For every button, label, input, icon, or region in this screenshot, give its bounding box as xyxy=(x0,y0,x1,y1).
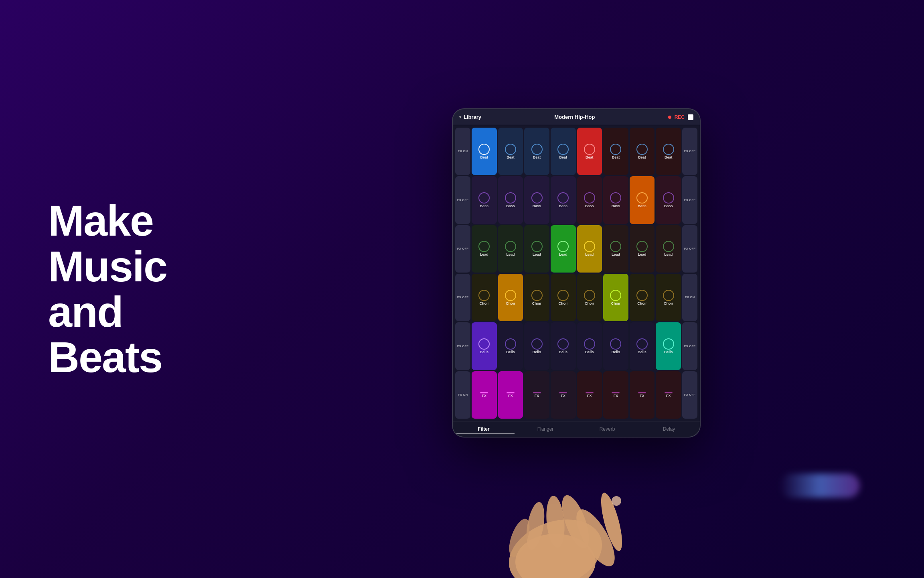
pad-fx-3[interactable]: FX xyxy=(551,371,576,419)
pad-bells-5[interactable]: Bells xyxy=(603,322,628,370)
pad-label: Bass xyxy=(480,204,489,208)
pad-fx-7[interactable]: FX xyxy=(656,371,681,419)
pad-label: Bells xyxy=(638,350,646,354)
pad-choir-5[interactable]: Choir xyxy=(603,274,628,321)
pad-ring-icon xyxy=(505,241,516,252)
pad-lead-0[interactable]: Lead xyxy=(472,225,497,273)
pad-beat-5[interactable]: Beat xyxy=(603,128,628,175)
tab-filter[interactable]: Filter xyxy=(453,425,515,434)
pad-bass-3[interactable]: Bass xyxy=(551,176,576,224)
pad-bass-7[interactable]: Bass xyxy=(656,176,681,224)
pad-choir-3[interactable]: Choir xyxy=(551,274,576,321)
pad-lead-7[interactable]: Lead xyxy=(656,225,681,273)
pad-fx-6[interactable]: FX xyxy=(630,371,655,419)
pad-fx-5[interactable]: FX xyxy=(603,371,628,419)
pad-label: Lead xyxy=(638,253,646,256)
pad-beat-0[interactable]: Beat xyxy=(472,128,497,175)
pad-bells-0[interactable]: Bells xyxy=(472,322,497,370)
pad-lead-1[interactable]: Lead xyxy=(498,225,523,273)
pad-fx-2[interactable]: FX xyxy=(524,371,549,419)
pad-beat-6[interactable]: Beat xyxy=(630,128,655,175)
pad-bells-7[interactable]: Bells xyxy=(656,322,681,370)
pad-beat-4[interactable]: Beat xyxy=(577,128,602,175)
pad-bells-3[interactable]: Bells xyxy=(551,322,576,370)
pad-bass-1[interactable]: Bass xyxy=(498,176,523,224)
pad-bass-0[interactable]: Bass xyxy=(472,176,497,224)
pad-ring-icon xyxy=(663,144,674,155)
fx-pad-right-bells[interactable]: FX OFF xyxy=(682,322,697,370)
pad-bass-4[interactable]: Bass xyxy=(577,176,602,224)
pad-bells-6[interactable]: Bells xyxy=(630,322,655,370)
fx-label: FX OFF xyxy=(457,295,468,299)
fx-pad-right-choir[interactable]: FX ON xyxy=(682,274,697,321)
hero-line1: Make Music xyxy=(48,196,167,290)
pad-beat-7[interactable]: Beat xyxy=(656,128,681,175)
library-button[interactable]: ▾ Library xyxy=(459,114,481,120)
pad-label: Bass xyxy=(664,204,673,208)
fx-pad-left-lead[interactable]: FX OFF xyxy=(455,225,470,273)
tab-delay[interactable]: Delay xyxy=(638,425,700,434)
pad-lead-5[interactable]: Lead xyxy=(603,225,628,273)
pad-bass-5[interactable]: Bass xyxy=(603,176,628,224)
fx-pad-left-beat[interactable]: FX ON xyxy=(455,128,470,175)
pad-choir-0[interactable]: Choir xyxy=(472,274,497,321)
pad-lead-6[interactable]: Lead xyxy=(630,225,655,273)
pad-fx-4[interactable]: FX xyxy=(577,371,602,419)
pad-ring-icon xyxy=(505,290,516,301)
bottom-tabs: FilterFlangerReverbDelay xyxy=(453,421,700,437)
pad-ring-icon xyxy=(531,290,543,301)
pad-beat-2[interactable]: Beat xyxy=(524,128,549,175)
pad-bells-2[interactable]: Bells xyxy=(524,322,549,370)
tab-reverb[interactable]: Reverb xyxy=(576,425,638,434)
pad-choir-7[interactable]: Choir xyxy=(656,274,681,321)
pad-label: Lead xyxy=(533,253,541,256)
pad-label: Lead xyxy=(480,253,488,256)
fx-pad-right-beat[interactable]: FX OFF xyxy=(682,128,697,175)
pad-label: Bells xyxy=(559,350,567,354)
pad-choir-1[interactable]: Choir xyxy=(498,274,523,321)
pad-label: Beat xyxy=(612,156,620,159)
fx-pad-right-fx[interactable]: FX OFF xyxy=(682,371,697,419)
pad-bells-4[interactable]: Bells xyxy=(577,322,602,370)
pad-choir-6[interactable]: Choir xyxy=(630,274,655,321)
pad-fx-0[interactable]: FX xyxy=(472,371,497,419)
fx-pad-left-bells[interactable]: FX OFF xyxy=(455,322,470,370)
pad-bells-1[interactable]: Bells xyxy=(498,322,523,370)
pad-bass-6[interactable]: Bass xyxy=(630,176,655,224)
pad-label: Choir xyxy=(611,302,621,305)
fx-pad-left-choir[interactable]: FX OFF xyxy=(455,274,470,321)
pad-ring-icon xyxy=(636,290,648,301)
chevron-icon: ▾ xyxy=(459,115,461,119)
fx-dash-icon xyxy=(533,392,541,393)
pad-beat-3[interactable]: Beat xyxy=(551,128,576,175)
pad-lead-4[interactable]: Lead xyxy=(577,225,602,273)
tab-flanger[interactable]: Flanger xyxy=(515,425,576,434)
fx-pad-left-fx[interactable]: FX ON xyxy=(455,371,470,419)
pad-bass-2[interactable]: Bass xyxy=(524,176,549,224)
pad-choir-2[interactable]: Choir xyxy=(524,274,549,321)
fx-pad-right-bass[interactable]: FX OFF xyxy=(682,176,697,224)
pad-label: Bass xyxy=(506,204,515,208)
pad-ring-icon xyxy=(610,144,621,155)
fx-pad-right-lead[interactable]: FX OFF xyxy=(682,225,697,273)
pad-label: Lead xyxy=(612,253,620,256)
pad-label: FX xyxy=(587,394,592,398)
pad-label: FX xyxy=(640,394,644,398)
pad-choir-4[interactable]: Choir xyxy=(577,274,602,321)
fx-pad-left-bass[interactable]: FX OFF xyxy=(455,176,470,224)
pad-ring-icon xyxy=(636,192,648,204)
pad-fx-1[interactable]: FX xyxy=(498,371,523,419)
pad-label: Choir xyxy=(480,302,489,305)
pad-lead-3[interactable]: Lead xyxy=(551,225,576,273)
pad-row-lead: FX OFFLeadLeadLeadLeadLeadLeadLeadLeadFX… xyxy=(455,225,697,273)
pad-label: FX xyxy=(666,394,671,398)
rec-stop-button[interactable] xyxy=(688,114,693,120)
pad-ring-icon xyxy=(478,144,490,155)
fx-dash-icon xyxy=(559,392,567,393)
pad-beat-1[interactable]: Beat xyxy=(498,128,523,175)
pad-lead-2[interactable]: Lead xyxy=(524,225,549,273)
pad-row-bells: FX OFFBellsBellsBellsBellsBellsBellsBell… xyxy=(455,322,697,370)
scroll-indicator xyxy=(700,257,701,289)
pad-label: FX xyxy=(482,394,487,398)
pad-ring-icon xyxy=(584,192,595,204)
